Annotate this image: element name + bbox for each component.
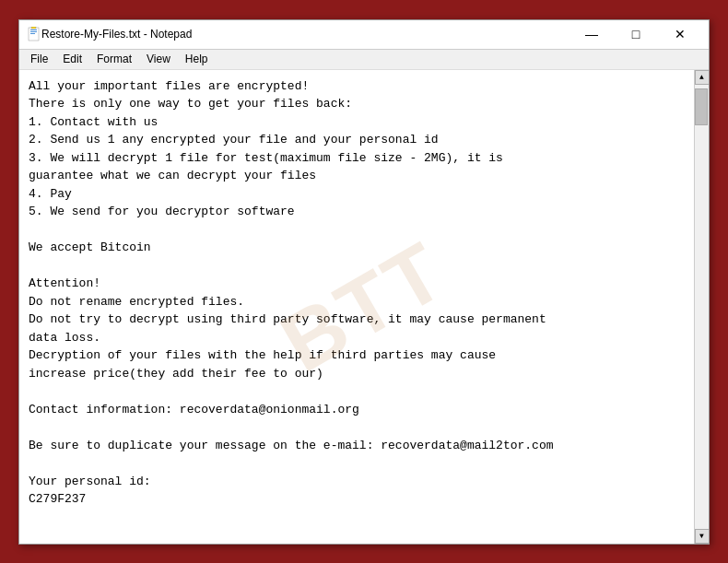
scroll-up-arrow[interactable]: ▲ bbox=[695, 70, 710, 85]
scroll-track[interactable] bbox=[695, 85, 709, 529]
menu-bar: File Edit Format View Help bbox=[19, 50, 709, 70]
content-area: All your important files are encrypted! … bbox=[19, 70, 709, 544]
scrollbar[interactable]: ▲ ▼ bbox=[694, 70, 709, 544]
notepad-window: Restore-My-Files.txt - Notepad — □ ✕ Fil… bbox=[18, 19, 710, 545]
window-controls: — □ ✕ bbox=[570, 20, 701, 48]
title-bar: Restore-My-Files.txt - Notepad — □ ✕ bbox=[19, 20, 709, 50]
close-button[interactable]: ✕ bbox=[659, 20, 701, 48]
notepad-icon bbox=[27, 27, 41, 41]
text-editor[interactable]: All your important files are encrypted! … bbox=[19, 70, 694, 544]
svg-rect-4 bbox=[31, 27, 36, 29]
menu-view[interactable]: View bbox=[139, 51, 178, 67]
svg-rect-1 bbox=[30, 29, 37, 30]
scroll-down-arrow[interactable]: ▼ bbox=[695, 529, 710, 544]
menu-format[interactable]: Format bbox=[89, 51, 139, 67]
window-title: Restore-My-Files.txt - Notepad bbox=[41, 28, 570, 41]
scroll-thumb[interactable] bbox=[695, 88, 708, 125]
menu-edit[interactable]: Edit bbox=[55, 51, 89, 67]
maximize-button[interactable]: □ bbox=[615, 20, 657, 48]
menu-file[interactable]: File bbox=[23, 51, 55, 67]
minimize-button[interactable]: — bbox=[570, 20, 613, 48]
svg-rect-2 bbox=[30, 31, 37, 32]
menu-help[interactable]: Help bbox=[178, 51, 216, 67]
svg-rect-3 bbox=[30, 33, 35, 34]
